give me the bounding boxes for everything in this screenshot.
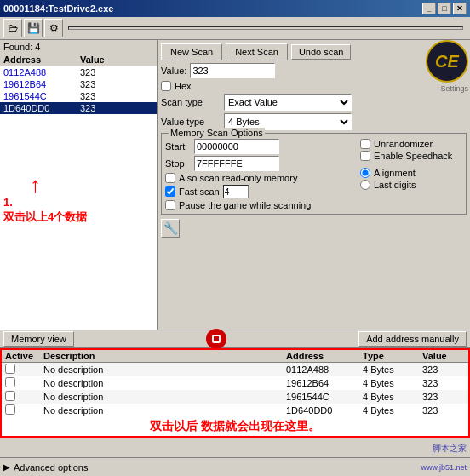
last-digits-label: Last digits xyxy=(374,180,416,190)
address-col-header2: Address xyxy=(286,351,363,361)
scan-type-select[interactable]: Exact Value Bigger than... Smaller than.… xyxy=(224,94,352,111)
value-label: Value: xyxy=(161,66,186,76)
scan-type-label: Scan type xyxy=(161,97,221,107)
value-column-header: Value xyxy=(80,54,153,65)
fast-scan-label: Fast scan xyxy=(179,186,220,197)
start-row: Start xyxy=(165,139,353,154)
value-type-label: Value type xyxy=(161,117,221,127)
found-count: Found: 4 xyxy=(0,40,157,54)
title-text: 00001184:TestDrive2.exe xyxy=(3,3,113,14)
row-active-4[interactable] xyxy=(5,404,15,415)
start-label: Start xyxy=(165,141,191,152)
bottom-table-row[interactable]: No description 19612B64 4 Bytes 323 xyxy=(2,376,468,390)
active-col-header: Active xyxy=(5,351,43,361)
stop-button[interactable] xyxy=(206,329,226,349)
title-buttons: _ □ ✕ xyxy=(422,3,467,14)
address-cell-selected: 1D640DD0 xyxy=(3,103,80,113)
stop-row: Stop xyxy=(165,156,353,171)
memory-view-button[interactable]: Memory view xyxy=(3,331,74,347)
hex-checkbox[interactable] xyxy=(161,81,171,91)
bottom-table-row[interactable]: No description 1D640DD0 4 Bytes 323 xyxy=(2,404,468,417)
last-digits-radio[interactable] xyxy=(360,180,370,190)
advanced-options-label[interactable]: Advanced options xyxy=(14,462,88,473)
address-cell: 19612B64 xyxy=(3,79,80,89)
settings-icon2[interactable]: ⚙ xyxy=(44,19,63,37)
toolbar: 🗁 💾 ⚙ xyxy=(0,17,470,40)
pause-checkbox[interactable] xyxy=(165,200,175,210)
left-panel: Found: 4 Address Value 0112A488 323 1961… xyxy=(0,40,158,330)
settings-label[interactable]: Settings xyxy=(440,84,468,93)
hex-label: Hex xyxy=(175,81,192,91)
also-scan-label: Also scan read-only memory xyxy=(179,173,297,183)
pause-row: Pause the game while scanning xyxy=(165,200,353,210)
alignment-radio[interactable] xyxy=(360,168,370,178)
stop-input[interactable] xyxy=(194,156,279,171)
bottom-table-container: Active Description Address Type Value No… xyxy=(0,348,470,438)
desc-col-header: Description xyxy=(43,351,286,361)
watermark-line1: 脚本之家 xyxy=(433,443,467,455)
address-row-selected[interactable]: 1D640DD0 323 xyxy=(0,102,157,114)
address-list: 0112A488 323 19612B64 323 1961544C 323 1… xyxy=(0,66,157,330)
scan-right-col: Unrandomizer Enable Speedhack Alignment xyxy=(360,139,462,210)
unrandomizer-checkbox[interactable] xyxy=(360,139,370,149)
undo-scan-button[interactable]: Undo scan xyxy=(291,44,352,60)
right-panel: CE Settings New Scan Next Scan Undo scan… xyxy=(158,40,470,330)
alignment-row: Alignment Last digits xyxy=(360,168,462,190)
type-col-header: Type xyxy=(363,351,422,361)
value-row: Value: xyxy=(161,63,467,78)
also-scan-checkbox[interactable] xyxy=(165,173,175,183)
advanced-options-bar: ▶ Advanced options xyxy=(0,457,470,476)
bottom-annotation-text: 双击以后 数据就会出现在这里。 xyxy=(2,417,468,436)
bottom-table-row[interactable]: No description 1961544C 4 Bytes 323 xyxy=(2,390,468,404)
memory-scan-title: Memory Scan Options xyxy=(169,128,265,138)
bottom-table-row[interactable]: No description 0112A488 4 Bytes 323 xyxy=(2,363,468,376)
start-input[interactable] xyxy=(194,139,279,154)
new-scan-button[interactable]: New Scan xyxy=(161,43,222,60)
alignment-label: Alignment xyxy=(374,168,416,178)
value-cell: 323 xyxy=(80,67,153,77)
stop-icon-container xyxy=(77,329,355,349)
also-scan-row: Also scan read-only memory xyxy=(165,173,353,183)
scan-type-row: Scan type Exact Value Bigger than... Sma… xyxy=(161,94,467,111)
fast-scan-row: Fast scan xyxy=(165,185,353,198)
row-active-2[interactable] xyxy=(5,377,15,387)
scan-left-col: Start Stop Also scan read-only memory Fa… xyxy=(165,139,353,210)
value-col-header2: Value xyxy=(422,351,465,361)
close-button[interactable]: ✕ xyxy=(453,3,467,14)
list-header: Address Value xyxy=(0,54,157,66)
memory-scan-options: Memory Scan Options Start Stop Also scan… xyxy=(161,133,467,215)
address-row[interactable]: 1961544C 323 xyxy=(0,90,157,102)
save-icon[interactable]: 💾 xyxy=(24,19,43,37)
bottom-bar: Memory view Add address manually xyxy=(0,330,470,348)
bottom-table-header: Active Description Address Type Value xyxy=(2,350,468,363)
unrandomizer-row: Unrandomizer xyxy=(360,139,462,149)
speedhack-label: Enable Speedhack xyxy=(374,151,452,161)
speedhack-checkbox[interactable] xyxy=(360,151,370,161)
wrench-button[interactable]: 🔧 xyxy=(161,219,180,238)
address-cell: 0112A488 xyxy=(3,67,80,77)
title-bar: 00001184:TestDrive2.exe _ □ ✕ xyxy=(0,0,470,17)
value-input[interactable] xyxy=(190,63,275,78)
cheat-engine-logo: CE xyxy=(426,40,468,83)
address-row[interactable]: 19612B64 323 xyxy=(0,78,157,90)
row-active-1[interactable] xyxy=(5,364,15,374)
fast-scan-checkbox[interactable] xyxy=(165,186,175,197)
next-scan-button[interactable]: Next Scan xyxy=(226,43,288,60)
row-active-3[interactable] xyxy=(5,391,15,401)
stop-label: Stop xyxy=(165,158,191,169)
bottom-annotation: 双击以后 数据就会出现在这里。 xyxy=(150,419,320,433)
address-column-header: Address xyxy=(3,54,80,65)
address-row[interactable]: 0112A488 323 xyxy=(0,66,157,78)
open-icon[interactable]: 🗁 xyxy=(3,19,22,37)
minimize-button[interactable]: _ xyxy=(422,3,436,14)
fast-scan-value-input[interactable] xyxy=(223,185,249,198)
watermark-line2: www.jb51.net xyxy=(421,463,467,472)
scan-buttons-row: New Scan Next Scan Undo scan xyxy=(161,43,467,60)
unrandomizer-label: Unrandomizer xyxy=(374,139,433,149)
value-cell: 323 xyxy=(80,79,153,89)
value-cell-selected: 323 xyxy=(80,103,153,113)
speedhack-row: Enable Speedhack xyxy=(360,151,462,161)
maximize-button[interactable]: □ xyxy=(438,3,451,14)
triangle-icon: ▶ xyxy=(3,462,10,472)
add-address-button[interactable]: Add address manually xyxy=(358,331,467,347)
